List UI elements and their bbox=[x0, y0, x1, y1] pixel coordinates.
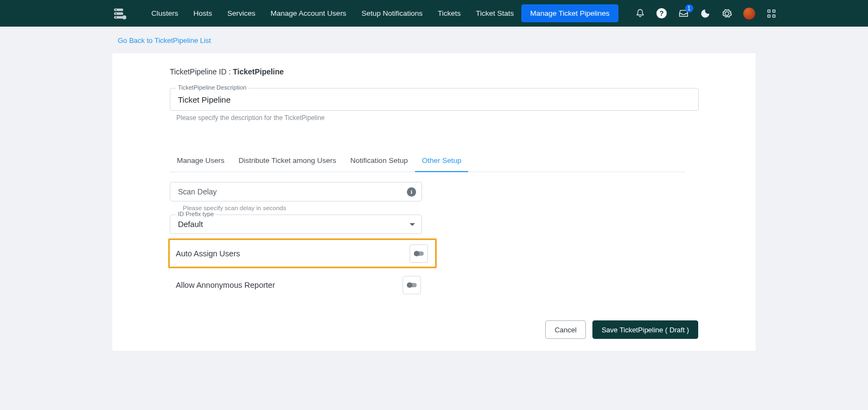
nav-manage-ticket-pipelines[interactable]: Manage Ticket Pipelines bbox=[521, 4, 618, 22]
auto-assign-toggle[interactable] bbox=[410, 244, 428, 263]
pipeline-id-line: TicketPipeline ID : TicketPipeline bbox=[170, 67, 699, 76]
other-setup-panel: i Please specify scan delay in seconds I… bbox=[170, 182, 699, 294]
help-icon[interactable]: ? bbox=[656, 8, 667, 19]
bell-icon[interactable] bbox=[635, 8, 646, 19]
description-label: TicketPipeline Description bbox=[176, 84, 248, 91]
anonymous-row: Allow Annonymous Reporter bbox=[170, 276, 421, 294]
chevron-down-icon bbox=[410, 223, 415, 226]
tab-other-setup[interactable]: Other Setup bbox=[415, 151, 469, 172]
nav-clusters[interactable]: Clusters bbox=[144, 5, 186, 22]
scan-delay-helper: Please specify scan delay in seconds bbox=[183, 205, 699, 211]
footer-buttons: Cancel Save TicketPipeline ( Draft ) bbox=[545, 320, 698, 339]
inbox-icon[interactable]: 1 bbox=[678, 8, 689, 19]
auto-assign-row: Auto Assign Users bbox=[168, 238, 437, 268]
nav-tickets[interactable]: Tickets bbox=[430, 5, 468, 22]
svg-rect-2 bbox=[114, 16, 123, 18]
avatar[interactable] bbox=[743, 8, 755, 20]
content-card: TicketPipeline ID : TicketPipeline Ticke… bbox=[112, 53, 756, 351]
anonymous-toggle[interactable] bbox=[403, 276, 421, 294]
nav-hosts[interactable]: Hosts bbox=[186, 5, 220, 22]
back-link[interactable]: Go Back to TicketPipeline List bbox=[112, 27, 756, 53]
app-logo[interactable] bbox=[112, 5, 127, 22]
nav-manage-account-users[interactable]: Manage Account Users bbox=[263, 5, 354, 22]
id-prefix-label: ID Prefix type bbox=[176, 211, 216, 217]
pipeline-id-prefix: TicketPipeline ID : bbox=[170, 67, 233, 76]
toggle-off-icon bbox=[407, 283, 417, 287]
svg-point-5 bbox=[116, 12, 117, 14]
theme-icon[interactable] bbox=[700, 8, 711, 19]
anonymous-label: Allow Annonymous Reporter bbox=[176, 281, 275, 289]
auto-assign-label: Auto Assign Users bbox=[176, 249, 240, 258]
id-prefix-select[interactable]: ID Prefix type Default bbox=[170, 215, 422, 234]
settings-icon[interactable] bbox=[722, 8, 732, 19]
nav-ticket-stats[interactable]: Ticket Stats bbox=[468, 5, 521, 22]
tab-distribute-ticket[interactable]: Distribute Ticket among Users bbox=[232, 151, 343, 172]
svg-point-4 bbox=[116, 9, 117, 10]
tab-notification-setup[interactable]: Notification Setup bbox=[343, 151, 415, 172]
svg-rect-1 bbox=[114, 12, 123, 15]
svg-rect-9 bbox=[768, 15, 770, 17]
svg-rect-0 bbox=[114, 8, 123, 11]
svg-rect-7 bbox=[768, 10, 770, 12]
tabs: Manage Users Distribute Ticket among Use… bbox=[170, 151, 685, 172]
inbox-badge: 1 bbox=[685, 4, 693, 12]
svg-rect-10 bbox=[773, 15, 775, 17]
pipeline-id-value: TicketPipeline bbox=[233, 67, 284, 76]
info-icon[interactable]: i bbox=[407, 187, 416, 197]
description-field[interactable]: TicketPipeline Description bbox=[170, 88, 699, 111]
nav-services[interactable]: Services bbox=[220, 5, 263, 22]
svg-point-6 bbox=[116, 16, 117, 17]
apps-icon[interactable] bbox=[766, 8, 777, 19]
description-helper: Please specify the description for the T… bbox=[176, 114, 699, 122]
svg-point-3 bbox=[122, 15, 126, 19]
tab-manage-users[interactable]: Manage Users bbox=[170, 151, 232, 172]
scan-delay-input[interactable] bbox=[178, 187, 407, 196]
save-button[interactable]: Save TicketPipeline ( Draft ) bbox=[592, 320, 698, 339]
main-nav: Clusters Hosts Services Manage Account U… bbox=[144, 4, 618, 22]
description-input[interactable] bbox=[178, 95, 692, 104]
scan-delay-field[interactable]: i bbox=[170, 182, 422, 201]
svg-rect-8 bbox=[773, 10, 775, 12]
toggle-off-icon bbox=[414, 251, 424, 256]
cancel-button[interactable]: Cancel bbox=[545, 320, 585, 339]
top-navbar: Clusters Hosts Services Manage Account U… bbox=[0, 0, 868, 27]
nav-setup-notifications[interactable]: Setup Notifications bbox=[354, 5, 430, 22]
id-prefix-value: Default bbox=[178, 220, 203, 229]
